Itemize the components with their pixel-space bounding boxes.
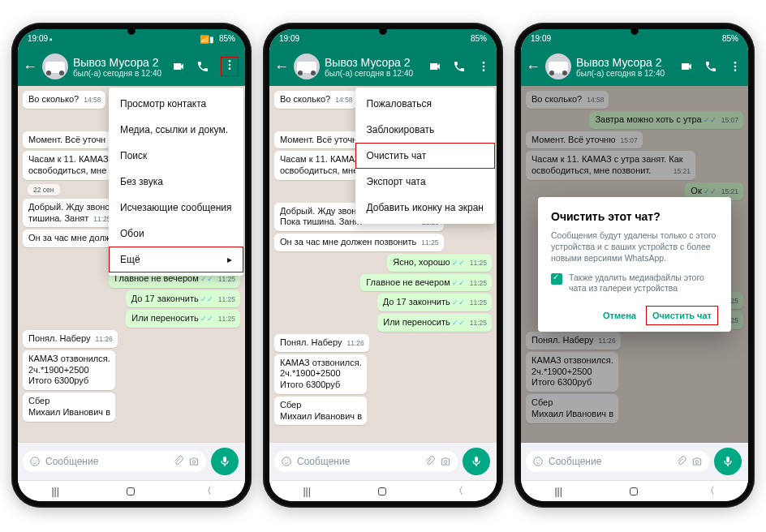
mic-button[interactable]	[463, 448, 490, 475]
battery-text: 85%	[219, 34, 235, 43]
composer-placeholder: Сообщение	[297, 456, 419, 467]
menu-search[interactable]: Поиск	[109, 143, 243, 169]
message-input[interactable]: Сообщение	[274, 451, 458, 472]
dialog-checkbox-row[interactable]: Также удалить медиафайлы этого чата из г…	[551, 272, 718, 294]
msg-out[interactable]: До 17 закончить11:25✓✓	[377, 294, 492, 311]
menu-export[interactable]: Экспорт чата	[355, 169, 495, 195]
attach-icon[interactable]	[172, 456, 183, 467]
nav-back[interactable]: 〈	[705, 484, 715, 498]
back-button[interactable]: ←	[23, 58, 37, 75]
nav-home[interactable]	[378, 487, 386, 496]
chat-title-block[interactable]: Вывоз Мусора 2 был(-а) сегодня в 12:40	[576, 56, 675, 78]
avatar[interactable]	[545, 54, 571, 79]
msg-in[interactable]: Часам к 11. КАМАЗ с освободиться, мне п	[23, 151, 120, 180]
options-dropdown: Просмотр контакта Медиа, ссылки и докум.…	[109, 88, 243, 276]
emoji-icon[interactable]	[29, 456, 41, 467]
menu-more[interactable]: Ещё▸	[109, 247, 243, 272]
avatar[interactable]	[42, 54, 68, 79]
message-input[interactable]: Сообщение	[526, 451, 709, 472]
msg-in[interactable]: Во сколько?14:58	[23, 91, 105, 109]
nav-back[interactable]: 〈	[454, 484, 463, 498]
menu-wallpaper[interactable]: Обои	[109, 221, 243, 247]
avatar[interactable]	[294, 54, 320, 79]
svg-point-1	[229, 64, 231, 66]
msg-out[interactable]: Или переносить11:25✓✓	[377, 314, 492, 332]
dialog-cancel-button[interactable]: Отмена	[596, 306, 643, 325]
menu-view-contact[interactable]: Просмотр контакта	[109, 91, 243, 117]
dialog-confirm-button[interactable]: Очистить чат	[646, 306, 718, 325]
voice-call-icon[interactable]	[453, 60, 466, 73]
video-call-icon[interactable]	[680, 60, 693, 73]
back-button[interactable]: ←	[526, 58, 540, 75]
svg-point-18	[536, 460, 537, 461]
emoji-icon[interactable]	[532, 456, 544, 467]
attach-icon[interactable]	[675, 456, 686, 467]
kebab-icon[interactable]	[729, 60, 742, 73]
android-nav-bar: ||| 〈	[521, 480, 748, 501]
svg-point-0	[229, 60, 231, 62]
menu-block[interactable]: Заблокировать	[355, 117, 495, 143]
menu-clear-chat[interactable]: Очистить чат	[355, 143, 495, 169]
menu-report[interactable]: Пожаловаться	[355, 91, 495, 117]
front-camera	[630, 27, 639, 35]
message-input[interactable]: Сообщение	[23, 451, 206, 472]
attach-icon[interactable]	[424, 456, 435, 467]
chat-title-block[interactable]: Вывоз Мусора 2 был(-а) сегодня в 12:40	[73, 56, 167, 78]
menu-mute[interactable]: Без звука	[109, 169, 243, 195]
nav-recent[interactable]: |||	[51, 486, 58, 497]
mic-button[interactable]	[211, 448, 239, 475]
msg-in[interactable]: Момент. Всё уточн	[23, 131, 110, 149]
nav-back[interactable]: 〈	[202, 484, 212, 498]
svg-point-12	[287, 460, 288, 461]
emoji-icon[interactable]	[281, 456, 292, 467]
nav-home[interactable]	[630, 487, 638, 496]
msg-out[interactable]: Или переносить11:25✓✓	[126, 310, 240, 328]
msg-in[interactable]: КАМАЗ отзвонился. 2ч.*1900+2500 Итого 63…	[23, 350, 115, 390]
msg-out[interactable]: Ясно, хорошо11:25✓✓	[387, 254, 492, 272]
msg-out[interactable]: До 17 закончить11:25✓✓	[126, 290, 240, 308]
voice-call-icon[interactable]	[196, 60, 209, 73]
menu-media[interactable]: Медиа, ссылки и докум.	[109, 117, 243, 143]
voice-call-icon[interactable]	[704, 60, 717, 73]
checkbox-checked-icon[interactable]	[551, 273, 562, 285]
svg-point-14	[734, 62, 737, 64]
back-button[interactable]: ←	[274, 58, 289, 75]
msg-in[interactable]: Понял. Наберу11:26	[23, 330, 118, 348]
status-clock: 19:09	[28, 34, 48, 43]
nav-home[interactable]	[127, 487, 135, 496]
msg-in[interactable]: Сбер Михаил Иванович в	[23, 393, 115, 422]
msg-in[interactable]: Момент. Всё уточн	[274, 131, 362, 149]
more-options-button[interactable]	[221, 57, 239, 76]
svg-point-15	[734, 66, 737, 68]
mic-button[interactable]	[714, 448, 742, 475]
camera-icon[interactable]	[440, 456, 451, 467]
menu-disappearing[interactable]: Исчезающие сообщения	[109, 195, 243, 221]
msg-in[interactable]: Во сколько?14:58	[274, 91, 357, 109]
svg-point-2	[229, 67, 231, 70]
menu-add-shortcut[interactable]: Добавить иконку на экран	[355, 195, 495, 221]
chat-title-block[interactable]: Вывоз Мусора 2 был(-а) сегодня в 12:40	[325, 56, 424, 78]
dialog-backdrop[interactable]: Очистить этот чат? Сообщения будут удале…	[521, 86, 748, 443]
video-call-icon[interactable]	[428, 60, 441, 73]
chat-title: Вывоз Мусора 2	[325, 56, 424, 69]
camera-icon[interactable]	[188, 456, 200, 467]
kebab-icon[interactable]	[477, 60, 490, 73]
battery-text: 85%	[722, 34, 738, 43]
msg-out[interactable]: Главное не вечером11:25✓✓	[360, 274, 492, 292]
more-submenu: Пожаловаться Заблокировать Очистить чат …	[355, 88, 495, 224]
chat-header: ← Вывоз Мусора 2 был(-а) сегодня в 12:40	[521, 47, 748, 86]
nav-recent[interactable]: |||	[554, 486, 562, 497]
video-call-icon[interactable]	[172, 60, 185, 73]
msg-in[interactable]: Понял. Наберу11:26	[274, 334, 369, 352]
android-nav-bar: ||| 〈	[18, 480, 245, 501]
msg-in[interactable]: Добрый. Жду звоно тишина. Занят11:25	[23, 199, 116, 228]
svg-point-6	[192, 461, 196, 464]
msg-in[interactable]: КАМАЗ отзвонился. 2ч.*1900+2500 Итого 63…	[274, 354, 367, 394]
status-clock: 19:09	[531, 34, 551, 43]
svg-point-20	[695, 461, 699, 464]
nav-recent[interactable]: |||	[303, 486, 310, 497]
camera-icon[interactable]	[691, 456, 703, 467]
msg-in[interactable]: Он за час мне должен позвонить11:25	[274, 234, 444, 251]
msg-in[interactable]: Сбер Михаил Иванович в	[274, 397, 367, 426]
chat-subtitle: был(-а) сегодня в 12:40	[73, 69, 167, 78]
